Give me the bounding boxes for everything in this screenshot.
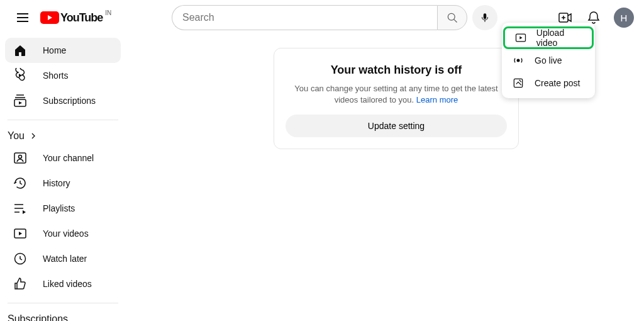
sidebar-item-home[interactable]: Home xyxy=(5,38,121,63)
search-input[interactable] xyxy=(172,5,437,30)
watch-history-card: Your watch history is off You can change… xyxy=(274,48,519,149)
watch-history-title: Your watch history is off xyxy=(286,64,507,77)
svg-rect-7 xyxy=(514,79,522,87)
sidebar-item-label: Subscriptions xyxy=(43,96,96,106)
sidebar-item-watch-later[interactable]: Watch later xyxy=(5,246,121,271)
go-live-icon xyxy=(511,53,526,68)
sidebar-item-label: Liked videos xyxy=(43,279,92,289)
shorts-icon xyxy=(13,68,28,83)
create-menu-label: Create post xyxy=(535,78,580,88)
sidebar-item-your-videos[interactable]: Your videos xyxy=(5,221,121,246)
sidebar-item-history[interactable]: History xyxy=(5,171,121,196)
sidebar-item-label: History xyxy=(43,178,70,188)
sidebar-item-shorts[interactable]: Shorts xyxy=(5,63,121,88)
sidebar-item-playlists[interactable]: Playlists xyxy=(5,196,121,221)
search-icon xyxy=(446,11,458,24)
svg-point-10 xyxy=(19,155,22,159)
chevron-right-icon xyxy=(28,131,38,141)
avatar[interactable]: H xyxy=(614,8,634,28)
playlists-icon xyxy=(13,201,28,216)
sidebar-item-label: Your videos xyxy=(43,228,89,239)
update-setting-button[interactable]: Update setting xyxy=(286,115,507,137)
sidebar-subs-heading: Subscriptions xyxy=(5,310,121,321)
hamburger-icon xyxy=(15,10,30,25)
your-videos-icon xyxy=(13,226,28,241)
watch-history-description: You can change your setting at any time … xyxy=(286,83,507,106)
liked-videos-icon xyxy=(13,276,28,291)
create-menu-label: Go live xyxy=(535,55,562,65)
create-menu-label: Upload video xyxy=(536,28,583,48)
search-box xyxy=(172,5,467,30)
sidebar-item-subscriptions[interactable]: Subscriptions xyxy=(5,88,121,113)
your-channel-icon xyxy=(13,150,28,166)
voice-search-button[interactable] xyxy=(472,5,497,30)
microphone-icon xyxy=(479,12,491,23)
header-left: YouTube IN xyxy=(10,5,117,30)
sidebar-item-label: Your channel xyxy=(43,153,94,163)
sidebar-divider xyxy=(8,120,118,120)
history-icon xyxy=(13,176,28,191)
search-button[interactable] xyxy=(437,5,467,30)
hamburger-menu-button[interactable] xyxy=(10,5,35,30)
sidebar-you-heading[interactable]: You xyxy=(5,127,121,145)
svg-line-2 xyxy=(454,20,457,23)
watch-later-icon xyxy=(13,251,28,266)
sidebar-item-label: Watch later xyxy=(43,254,87,264)
home-icon xyxy=(13,43,28,58)
upload-video-icon xyxy=(514,30,528,45)
svg-point-6 xyxy=(517,59,520,62)
create-post-icon xyxy=(511,76,526,91)
create-menu-go-live[interactable]: Go live xyxy=(502,49,595,72)
sidebar-item-label: Home xyxy=(43,45,66,55)
sidebar-item-liked-videos[interactable]: Liked videos xyxy=(5,271,121,296)
subscriptions-icon xyxy=(13,93,28,108)
youtube-play-icon xyxy=(40,11,59,24)
sidebar-item-label: Shorts xyxy=(43,70,68,81)
learn-more-link[interactable]: Learn more xyxy=(416,95,458,104)
country-code: IN xyxy=(105,9,111,16)
create-menu: Upload video Go live Create post xyxy=(502,23,595,98)
header-center xyxy=(117,5,552,30)
create-menu-upload-video[interactable]: Upload video xyxy=(503,26,594,49)
sidebar-divider xyxy=(8,303,118,303)
youtube-wordmark: YouTube xyxy=(60,11,103,25)
sidebar: Home Shorts Subscriptions You Your chann… xyxy=(0,35,126,321)
youtube-logo[interactable]: YouTube IN xyxy=(40,11,103,25)
sidebar-item-label: Playlists xyxy=(43,203,75,213)
svg-rect-3 xyxy=(484,13,487,19)
svg-point-1 xyxy=(448,13,455,20)
sidebar-item-your-channel[interactable]: Your channel xyxy=(5,145,121,171)
create-menu-create-post[interactable]: Create post xyxy=(502,72,595,94)
sidebar-heading-label: You xyxy=(8,130,25,142)
watch-history-desc-text: You can change your setting at any time … xyxy=(294,84,497,104)
